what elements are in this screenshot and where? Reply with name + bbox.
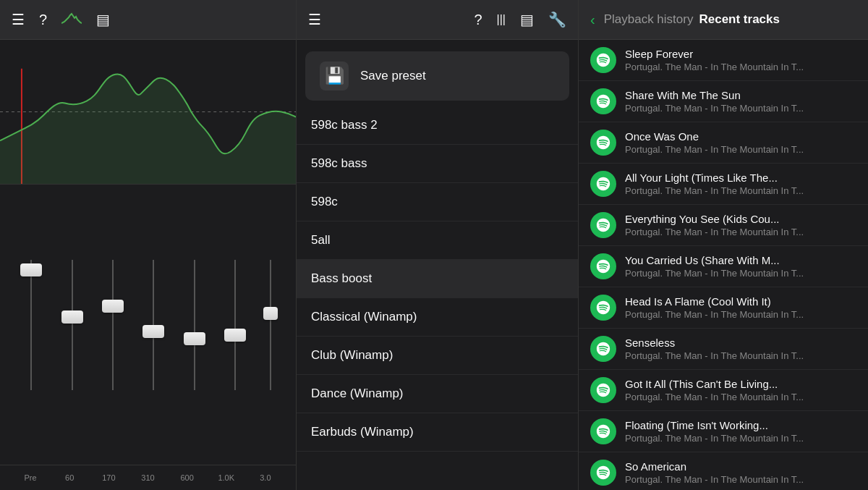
track-item[interactable]: Sleep ForeverPortugal. The Man - In The …	[579, 40, 868, 81]
freq-label-310: 310	[137, 473, 158, 482]
waveform-icon[interactable]	[61, 10, 82, 30]
preset-classical-winamp[interactable]: Classical (Winamp)	[297, 298, 578, 337]
preset-598c[interactable]: 598c	[297, 183, 578, 221]
track-item[interactable]: Got It All (This Can't Be Living...Portu…	[579, 370, 868, 411]
spotify-icon	[590, 377, 616, 403]
spotify-icon	[590, 171, 616, 197]
track-title: Once Was One	[625, 130, 856, 143]
left-toolbar: ☰ ? ▤	[0, 0, 296, 40]
preset-5all[interactable]: 5all	[297, 221, 578, 260]
track-item[interactable]: Once Was OnePortugal. The Man - In The M…	[579, 122, 868, 164]
track-item[interactable]: You Carried Us (Share With M...Portugal.…	[579, 246, 868, 287]
track-info: All Your Light (Times Like The...Portuga…	[625, 172, 856, 196]
track-info: Share With Me The SunPortugal. The Man -…	[625, 89, 856, 114]
track-title: Got It All (This Can't Be Living...	[625, 378, 856, 390]
freq-label-1k: 1.0K	[216, 473, 237, 482]
freq-label-pre: Pre	[20, 473, 41, 482]
recent-tracks-title: Recent tracks	[699, 12, 780, 27]
spotify-icon	[590, 418, 616, 444]
spotify-icon	[590, 212, 616, 238]
slider-3k[interactable]	[263, 253, 278, 397]
playback-history-label: Playback history	[604, 12, 694, 27]
slider-600hz[interactable]	[182, 253, 208, 397]
freq-label-60: 60	[59, 473, 80, 482]
track-title: Senseless	[625, 337, 856, 349]
track-artist: Portugal. The Man - In The Mountain In T…	[625, 392, 856, 402]
freq-label-600: 600	[176, 473, 198, 482]
middle-toolbar: ☰ ? ||| ▤ 🔧	[297, 0, 578, 40]
eq-sliders	[0, 185, 296, 465]
track-artist: Portugal. The Man - In The Mountain In T…	[625, 144, 856, 155]
track-title: Floating (Time Isn't Working...	[625, 419, 856, 431]
track-item[interactable]: Share With Me The SunPortugal. The Man -…	[579, 81, 868, 122]
track-item[interactable]: So AmericanPortugal. The Man - In The Mo…	[579, 452, 868, 490]
track-title: All Your Light (Times Like The...	[625, 172, 856, 184]
track-title: Share With Me The Sun	[625, 89, 856, 101]
slider-1k[interactable]	[222, 253, 248, 397]
middle-menu-icon[interactable]: ☰	[308, 11, 321, 28]
track-title: You Carried Us (Share With M...	[625, 254, 856, 266]
track-title: Sleep Forever	[625, 48, 856, 60]
track-artist: Portugal. The Man - In The Mountain In T…	[625, 62, 856, 72]
presets-panel: ☰ ? ||| ▤ 🔧 💾 Save preset 598c bass 2 59…	[297, 0, 579, 490]
save-icon: 💾	[320, 62, 349, 90]
save-preset-button[interactable]: 💾 Save preset	[305, 51, 569, 101]
track-title: So American	[625, 460, 856, 473]
save-preset-label: Save preset	[360, 69, 426, 83]
spotify-icon	[590, 460, 616, 486]
preset-earbuds-winamp[interactable]: Earbuds (Winamp)	[297, 413, 578, 452]
slider-170hz[interactable]	[100, 253, 126, 397]
spotify-icon	[590, 295, 616, 321]
middle-help-icon[interactable]: ?	[474, 12, 482, 28]
track-item[interactable]: Floating (Time Isn't Working...Portugal.…	[579, 411, 868, 452]
folder-icon[interactable]: ▤	[96, 11, 110, 28]
back-button[interactable]: ‹	[590, 12, 595, 28]
track-artist: Portugal. The Man - In The Mountain In T…	[625, 309, 856, 320]
track-info: SenselessPortugal. The Man - In The Moun…	[625, 337, 856, 361]
freq-labels: Pre 60 170 310 600 1.0K 3.0	[0, 465, 296, 490]
help-icon[interactable]: ?	[39, 12, 47, 28]
track-info: So AmericanPortugal. The Man - In The Mo…	[625, 460, 856, 485]
track-artist: Portugal. The Man - In The Mountain In T…	[625, 227, 856, 237]
tracks-list: Sleep ForeverPortugal. The Man - In The …	[579, 40, 868, 490]
right-toolbar: ‹ Playback history Recent tracks	[579, 0, 868, 40]
menu-icon[interactable]: ☰	[12, 11, 25, 28]
track-artist: Portugal. The Man - In The Mountain In T…	[625, 268, 856, 279]
track-item[interactable]: All Your Light (Times Like The...Portuga…	[579, 164, 868, 205]
track-info: Everything You See (Kids Cou...Portugal.…	[625, 213, 856, 237]
track-title: Everything You See (Kids Cou...	[625, 213, 856, 225]
preset-dance-winamp[interactable]: Dance (Winamp)	[297, 375, 578, 413]
preset-598c-bass[interactable]: 598c bass	[297, 145, 578, 183]
spotify-icon	[590, 47, 616, 73]
track-item[interactable]: Head Is A Flame (Cool With It)Portugal. …	[579, 287, 868, 329]
slider-pre[interactable]	[18, 253, 44, 397]
track-info: Once Was OnePortugal. The Man - In The M…	[625, 130, 856, 155]
presets-list: 💾 Save preset 598c bass 2 598c bass 598c…	[297, 40, 578, 490]
freq-label-3k: 3.0	[255, 473, 276, 482]
track-info: Head Is A Flame (Cool With It)Portugal. …	[625, 295, 856, 320]
playback-history-panel: ‹ Playback history Recent tracks Sleep F…	[579, 0, 868, 490]
freq-label-170: 170	[98, 473, 119, 482]
track-artist: Portugal. The Man - In The Mountain In T…	[625, 350, 856, 361]
preset-bass-boost[interactable]: Bass boost	[297, 260, 578, 298]
track-info: Sleep ForeverPortugal. The Man - In The …	[625, 48, 856, 72]
middle-tool-icon[interactable]: 🔧	[548, 11, 566, 28]
track-info: Got It All (This Can't Be Living...Portu…	[625, 378, 856, 402]
eq-graph	[0, 40, 296, 185]
track-item[interactable]: Everything You See (Kids Cou...Portugal.…	[579, 205, 868, 246]
spotify-icon	[590, 130, 616, 156]
middle-sliders-icon[interactable]: |||	[497, 13, 506, 26]
track-title: Head Is A Flame (Cool With It)	[625, 295, 856, 308]
middle-folder-icon[interactable]: ▤	[520, 11, 534, 28]
spotify-icon	[590, 88, 616, 114]
track-item[interactable]: SenselessPortugal. The Man - In The Moun…	[579, 329, 868, 370]
preset-club-winamp[interactable]: Club (Winamp)	[297, 337, 578, 375]
slider-310hz[interactable]	[140, 253, 166, 397]
track-artist: Portugal. The Man - In The Mountain In T…	[625, 433, 856, 444]
track-artist: Portugal. The Man - In The Mountain In T…	[625, 103, 856, 114]
track-info: You Carried Us (Share With M...Portugal.…	[625, 254, 856, 279]
slider-60hz[interactable]	[59, 253, 85, 397]
preset-598c-bass-2[interactable]: 598c bass 2	[297, 106, 578, 145]
track-artist: Portugal. The Man - In The Mountain In T…	[625, 474, 856, 485]
spotify-icon	[590, 253, 616, 279]
